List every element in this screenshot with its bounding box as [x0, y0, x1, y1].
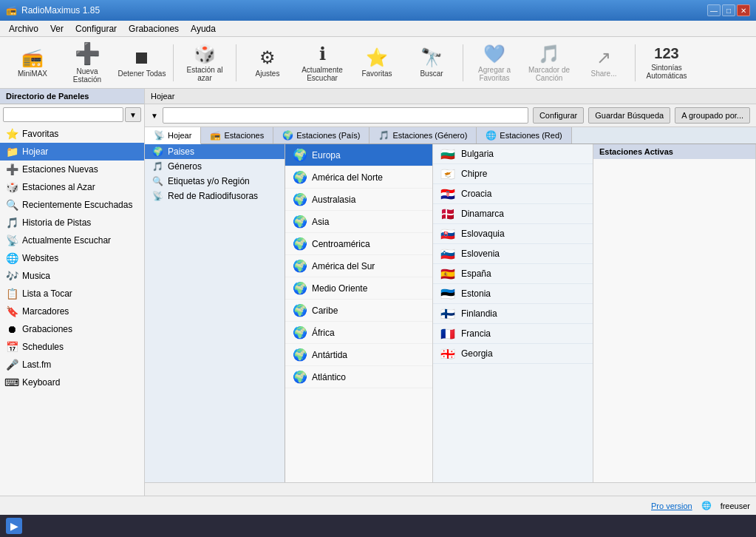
sidebar-item-marcadores[interactable]: 🔖 Marcadores: [0, 303, 144, 320]
guardar-busqueda-button[interactable]: Guardar Búsqueda: [588, 107, 670, 124]
country-bulgaria[interactable]: 🇧🇬 Bulgaria: [433, 144, 593, 164]
country-croacia[interactable]: 🇭🇷 Croacia: [433, 184, 593, 204]
menu-archivo[interactable]: Archivo: [3, 22, 44, 36]
tab-red[interactable]: 🌐 Estaciones (Red): [477, 127, 571, 143]
minimize-button[interactable]: —: [707, 4, 721, 16]
country-finlandia[interactable]: 🇫🇮 Finlandia: [433, 304, 593, 324]
marcador-button[interactable]: 🎵 Marcador de Canción: [522, 41, 576, 85]
region-atlantico[interactable]: 🌍 Atlántico: [285, 366, 432, 388]
menu-grabaciones[interactable]: Grabaciones: [123, 22, 185, 36]
menu-ayuda[interactable]: Ayuda: [185, 22, 222, 36]
region-medio-oriente-label: Medio Oriente: [312, 283, 367, 294]
nav-etiquetas[interactable]: 🔍 Etiquetas y/o Región: [145, 174, 285, 189]
share-button[interactable]: ↗ Share...: [577, 41, 630, 85]
app-title-group: 📻 RadioMaximus 1.85: [6, 5, 100, 16]
sidebar-item-lista[interactable]: 📋 Lista a Tocar: [0, 285, 144, 303]
detener-icon: ⏹: [133, 47, 151, 68]
sidebar-item-keyboard[interactable]: ⌨ Keyboard: [0, 374, 144, 391]
browse-input[interactable]: [163, 107, 528, 124]
horizontal-scrollbar[interactable]: [145, 482, 756, 496]
country-georgia[interactable]: 🇬🇪 Georgia: [433, 344, 593, 364]
country-francia-label: Francia: [461, 328, 491, 339]
sidebar-item-websites[interactable]: 🌐 Websites: [0, 249, 144, 267]
ajustes-button[interactable]: ⚙ Ajustes: [241, 41, 294, 85]
marcador-label: Marcador de Canción: [525, 66, 573, 82]
region-europa[interactable]: 🌍 Europa: [285, 144, 432, 166]
sidebar-item-lastfm[interactable]: 🎤 Last.fm: [0, 356, 144, 374]
country-francia[interactable]: 🇫🇷 Francia: [433, 324, 593, 344]
paises-label: Paises: [168, 146, 194, 157]
country-estonia[interactable]: 🇪🇪 Estonia: [433, 284, 593, 304]
agregar-favoritas-button[interactable]: 💙 Agregar a Favoritas: [468, 41, 521, 85]
tab-hojear[interactable]: 📡 Hojear: [145, 127, 201, 144]
region-america-sur[interactable]: 🌍 América del Sur: [285, 255, 432, 277]
nav-generos[interactable]: 🎵 Géneros: [145, 159, 285, 174]
sidebar-label-grabaciones: Grabaciones: [22, 324, 72, 334]
content-header-label: Hojear: [151, 92, 174, 101]
sidebar-item-favoritas[interactable]: ⭐ Favoritas: [0, 125, 144, 143]
sidebar-item-historia[interactable]: 🎵 Historia de Pistas: [0, 214, 144, 232]
ajustes-label: Ajustes: [256, 70, 280, 78]
country-estonia-label: Estonia: [461, 288, 491, 299]
region-australasia[interactable]: 🌍 Australasia: [285, 189, 432, 211]
region-centroamerica[interactable]: 🌍 Centroamérica: [285, 233, 432, 255]
sidebar-label-marcadores: Marcadores: [22, 306, 69, 317]
estacion-azar-button[interactable]: 🎲 Estación al azar: [178, 41, 231, 85]
minimax-button[interactable]: 📻 MiniMAX: [6, 41, 59, 85]
region-medio-oriente[interactable]: 🌍 Medio Oriente: [285, 277, 432, 300]
tab-estaciones[interactable]: 📻 Estaciones: [201, 127, 273, 143]
nuevas-sidebar-icon: ➕: [6, 163, 18, 175]
sintonias-button[interactable]: 123 Sintonías Automáticas: [640, 41, 693, 85]
country-espana[interactable]: 🇪🇸 España: [433, 264, 593, 284]
tab-genero[interactable]: 🎵 Estaciones (Género): [370, 127, 477, 143]
sidebar-item-grabaciones[interactable]: ⏺ Grabaciones: [0, 320, 144, 338]
country-dinamarca[interactable]: 🇩🇰 Dinamarca: [433, 204, 593, 224]
tab-bar: 📡 Hojear 📻 Estaciones 🌍 Estaciones (País…: [145, 127, 756, 144]
country-eslovaquia[interactable]: 🇸🇰 Eslovaquia: [433, 224, 593, 244]
region-antartida[interactable]: 🌍 Antártida: [285, 344, 432, 366]
nav-red[interactable]: 📡 Red de Radiodifusoras: [145, 189, 285, 203]
country-bulgaria-label: Bulgaria: [461, 149, 494, 159]
maximize-button[interactable]: □: [722, 4, 735, 16]
sidebar-item-estaciones-nuevas[interactable]: ➕ Estaciones Nuevas: [0, 161, 144, 178]
sidebar-item-musica[interactable]: 🎶 Musica: [0, 267, 144, 285]
escuchar-icon: ℹ: [319, 44, 326, 64]
left-nav-panel: 🌍 Paises 🎵 Géneros 🔍 Etiquetas y/o Regió…: [145, 144, 285, 482]
browse-bar: ▼ Configurar Guardar Búsqueda A groupado…: [145, 104, 756, 127]
recientemente-sidebar-icon: 🔍: [6, 199, 18, 211]
sidebar-search-input[interactable]: [3, 107, 123, 122]
sidebar-item-actualmente[interactable]: 📡 Actualmente Escuchar: [0, 232, 144, 249]
sidebar-search-button[interactable]: ▼: [125, 107, 141, 122]
pro-version-link[interactable]: Pro version: [651, 501, 692, 510]
region-america-norte[interactable]: 🌍 América del Norte: [285, 166, 432, 189]
detener-todas-button[interactable]: ⏹ Detener Todas: [115, 41, 168, 85]
region-asia[interactable]: 🌍 Asia: [285, 211, 432, 233]
sidebar-item-schedules[interactable]: 📅 Schedules: [0, 338, 144, 356]
agrupar-button[interactable]: A groupado por...: [675, 107, 750, 124]
close-button[interactable]: ✕: [737, 4, 750, 16]
nav-paises[interactable]: 🌍 Paises: [145, 144, 285, 159]
favoritas-button[interactable]: ⭐ Favoritas: [350, 41, 403, 85]
region-africa[interactable]: 🌍 África: [285, 322, 432, 344]
region-caribe[interactable]: 🌍 Caribe: [285, 300, 432, 322]
georgia-flag-icon: 🇬🇪: [439, 348, 457, 359]
tab-pais[interactable]: 🌍 Estaciones (País): [273, 127, 370, 143]
content-area: Hojear ▼ Configurar Guardar Búsqueda A g…: [145, 89, 756, 496]
nueva-estacion-button[interactable]: ➕ Nueva Estación: [61, 41, 114, 85]
country-eslovenia[interactable]: 🇸🇮 Eslovenia: [433, 244, 593, 264]
sidebar-item-estaciones-azar[interactable]: 🎲 Estaciones al Azar: [0, 178, 144, 196]
sidebar-label-keyboard: Keyboard: [22, 377, 60, 388]
menu-configurar[interactable]: Configurar: [69, 22, 123, 36]
country-chipre[interactable]: 🇨🇾 Chipre: [433, 164, 593, 184]
sidebar-item-hojear[interactable]: 📁 Hojear: [0, 143, 144, 161]
sidebar-item-recientemente[interactable]: 🔍 Recientemente Escuchadas: [0, 196, 144, 214]
toolbar-separator-4: [635, 44, 636, 81]
buscar-button[interactable]: 🔭 Buscar: [405, 41, 458, 85]
play-button[interactable]: ▶: [6, 518, 22, 534]
sidebar-label-websites: Websites: [22, 253, 58, 263]
ajustes-icon: ⚙: [259, 47, 276, 68]
configurar-button[interactable]: Configurar: [533, 107, 584, 124]
menu-ver[interactable]: Ver: [44, 22, 69, 36]
tab-estaciones-label: Estaciones: [224, 131, 264, 140]
escuchar-button[interactable]: ℹ Actualmente Escuchar: [296, 41, 349, 85]
